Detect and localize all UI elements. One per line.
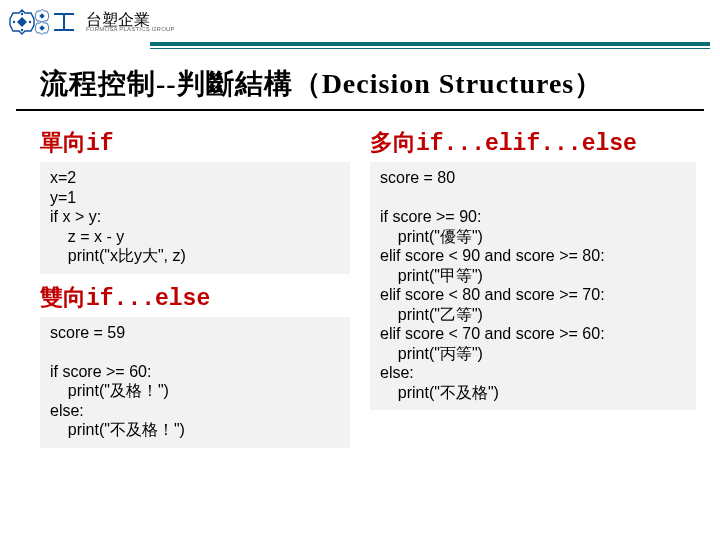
code-if-elif-else: score = 80 if score >= 90: print("優等") e… [370,162,696,410]
header: 台塑企業 FORMOSA PLASTICS GROUP [0,0,720,40]
svg-point-5 [13,21,15,23]
code-if-else: score = 59 if score >= 60: print("及格！") … [40,317,350,448]
heading-if-elif-else: 多向if...elif...else [370,127,696,158]
heading-single-if: 單向if [40,127,350,158]
code-single-if: x=2 y=1 if x > y: z = x - y print("x比y大"… [40,162,350,274]
logo-block: 台塑企業 FORMOSA PLASTICS GROUP [8,7,175,37]
header-divider [0,42,720,49]
svg-point-4 [21,29,23,31]
slide-title: 流程控制--判斷結構（Decision Structures） [16,49,704,111]
right-column: 多向if...elif...else score = 80 if score >… [370,121,696,456]
company-logo-icon [8,7,80,37]
brand-text: 台塑企業 FORMOSA PLASTICS GROUP [86,12,175,32]
svg-point-3 [29,21,31,23]
content: 單向if x=2 y=1 if x > y: z = x - y print("… [0,117,720,456]
svg-point-2 [21,13,23,15]
left-column: 單向if x=2 y=1 if x > y: z = x - y print("… [40,121,350,456]
heading-if-else: 雙向if...else [40,282,350,313]
slide: 台塑企業 FORMOSA PLASTICS GROUP 流程控制--判斷結構（D… [0,0,720,540]
brand-name-en: FORMOSA PLASTICS GROUP [86,26,175,32]
